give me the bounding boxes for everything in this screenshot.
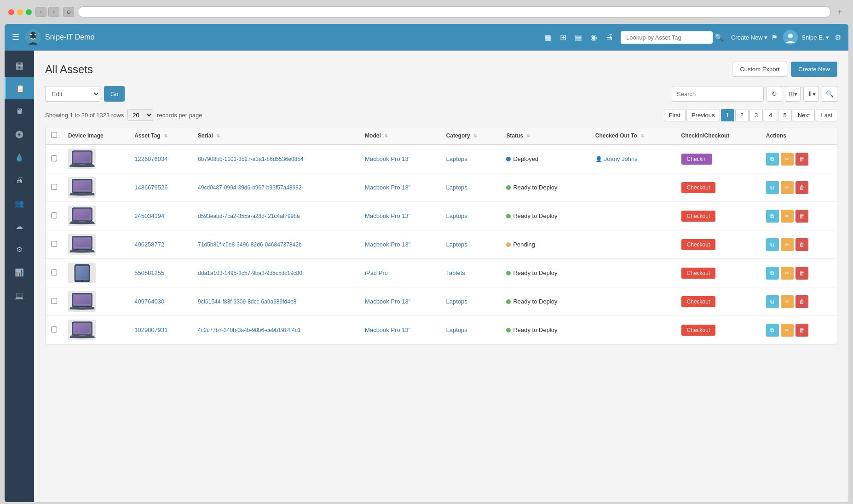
last-page-button[interactable]: Last bbox=[816, 109, 837, 121]
category-link[interactable]: Tablets bbox=[446, 269, 465, 276]
hamburger-menu-icon[interactable]: ☰ bbox=[12, 32, 19, 42]
checkin-button[interactable]: Checkin bbox=[681, 154, 712, 165]
asset-tag-link[interactable]: 550581255 bbox=[134, 269, 164, 276]
row-checkbox[interactable] bbox=[51, 184, 57, 190]
per-page-select[interactable]: 20 50 100 bbox=[127, 109, 153, 121]
select-all-checkbox[interactable] bbox=[51, 132, 57, 138]
model-header[interactable]: Model ⇅ bbox=[359, 127, 441, 144]
serial-link[interactable]: dda1a103-1495-3c57-9ba3-9d5c5dc19c80 bbox=[198, 270, 302, 276]
clone-button[interactable]: ⧉ bbox=[766, 210, 779, 223]
custom-export-button[interactable]: Custom Export bbox=[732, 62, 787, 77]
new-tab-button[interactable]: + bbox=[835, 7, 845, 17]
row-checkbox[interactable] bbox=[51, 269, 57, 275]
asset-tag-link[interactable]: 1029807931 bbox=[134, 326, 167, 333]
delete-button[interactable]: 🗑 bbox=[795, 238, 808, 251]
category-link[interactable]: Laptops bbox=[446, 184, 467, 191]
clone-button[interactable]: ⧉ bbox=[766, 295, 779, 308]
category-link[interactable]: Laptops bbox=[446, 155, 467, 162]
nav-create-new-button[interactable]: Create New ▾ bbox=[731, 34, 767, 41]
row-checkbox[interactable] bbox=[51, 298, 57, 304]
checked-out-link[interactable]: 👤Joany Johns bbox=[595, 155, 670, 162]
search-toggle-button[interactable]: 🔍 bbox=[822, 86, 837, 102]
sidebar-item-cloud[interactable]: ☁ bbox=[8, 215, 30, 237]
delete-button[interactable]: 🗑 bbox=[795, 295, 808, 308]
page-4-button[interactable]: 4 bbox=[764, 109, 777, 121]
model-link[interactable]: Macbook Pro 13" bbox=[365, 326, 410, 333]
asset-tag-link[interactable]: 409764030 bbox=[134, 298, 164, 305]
sidebar-item-consumables[interactable]: 💧 bbox=[8, 146, 30, 168]
list-icon[interactable]: ▤ bbox=[575, 33, 582, 42]
checkout-button[interactable]: Checkout bbox=[681, 296, 716, 307]
model-link[interactable]: Macbook Pro 13" bbox=[365, 212, 410, 219]
barcode-scanner-icon[interactable]: ▦ bbox=[544, 33, 552, 42]
serial-link[interactable]: 49cd0487-0994-39d6-b967-b93f57a48982 bbox=[198, 184, 302, 191]
edit-button[interactable]: ✏ bbox=[781, 295, 794, 308]
asset-tag-header[interactable]: Asset Tag ⇅ bbox=[129, 127, 192, 144]
edit-button[interactable]: ✏ bbox=[781, 153, 794, 166]
model-link[interactable]: Macbook Pro 13" bbox=[365, 155, 410, 162]
next-page-button[interactable]: Next bbox=[793, 109, 815, 121]
delete-button[interactable]: 🗑 bbox=[795, 324, 808, 337]
sidebar-item-reports[interactable]: 📊 bbox=[8, 261, 30, 283]
sidebar-item-users[interactable]: 👥 bbox=[8, 192, 30, 214]
flag-icon[interactable]: ⚑ bbox=[771, 33, 778, 42]
clone-button[interactable]: ⧉ bbox=[766, 267, 779, 280]
page-2-button[interactable]: 2 bbox=[735, 109, 749, 121]
droplet-icon[interactable]: ◉ bbox=[590, 33, 597, 42]
checkout-button[interactable]: Checkout bbox=[681, 211, 716, 222]
first-page-button[interactable]: First bbox=[664, 109, 686, 121]
category-link[interactable]: Laptops bbox=[446, 298, 467, 305]
delete-button[interactable]: 🗑 bbox=[795, 181, 808, 194]
previous-page-button[interactable]: Previous bbox=[686, 109, 720, 121]
status-header[interactable]: Status ⇅ bbox=[501, 127, 589, 144]
model-link[interactable]: Macbook Pro 13" bbox=[365, 241, 410, 248]
printer-icon[interactable]: 🖨 bbox=[605, 33, 613, 42]
category-link[interactable]: Laptops bbox=[446, 326, 467, 333]
refresh-button[interactable]: ↻ bbox=[767, 86, 782, 102]
category-link[interactable]: Laptops bbox=[446, 212, 467, 219]
row-checkbox[interactable] bbox=[51, 212, 57, 218]
table-search-input[interactable] bbox=[672, 86, 764, 102]
model-link[interactable]: Macbook Pro 13" bbox=[365, 184, 410, 191]
share-icon[interactable]: ⚙ bbox=[835, 33, 841, 42]
serial-header[interactable]: Serial ⇅ bbox=[192, 127, 359, 144]
clone-button[interactable]: ⧉ bbox=[766, 238, 779, 251]
category-link[interactable]: Laptops bbox=[446, 241, 467, 248]
serial-link[interactable]: 8b7908bb-1101-3b27-a3a1-86d5536e0854 bbox=[198, 156, 304, 162]
clone-button[interactable]: ⧉ bbox=[766, 181, 779, 194]
columns-button[interactable]: ⊞▾ bbox=[785, 86, 801, 102]
row-checkbox[interactable] bbox=[51, 326, 57, 332]
clone-button[interactable]: ⧉ bbox=[766, 153, 779, 166]
edit-button[interactable]: ✏ bbox=[781, 210, 794, 223]
row-checkbox[interactable] bbox=[51, 155, 57, 161]
edit-button[interactable]: ✏ bbox=[781, 267, 794, 280]
create-new-button[interactable]: Create New bbox=[791, 62, 837, 77]
user-area[interactable]: Snipe E. ▾ bbox=[783, 30, 829, 45]
page-3-button[interactable]: 3 bbox=[749, 109, 763, 121]
model-link[interactable]: Macbook Pro 13" bbox=[365, 298, 410, 305]
asset-tag-search-input[interactable] bbox=[621, 31, 713, 44]
asset-tag-link[interactable]: 496258772 bbox=[134, 241, 164, 248]
sidebar-item-devices[interactable]: 💻 bbox=[8, 284, 30, 306]
asset-tag-link[interactable]: 245034194 bbox=[134, 212, 164, 219]
checkout-button[interactable]: Checkout bbox=[681, 325, 716, 336]
address-bar[interactable] bbox=[78, 6, 831, 17]
serial-link[interactable]: 9cf61544-f83f-3309-8dcc-6a9a389fd4e8 bbox=[198, 298, 296, 305]
serial-link[interactable]: d593eabd-7ca2-355a-a28d-f21c4af7998a bbox=[198, 213, 300, 219]
row-checkbox[interactable] bbox=[51, 241, 57, 247]
checkout-button[interactable]: Checkout bbox=[681, 182, 716, 193]
download-button[interactable]: ⊙ bbox=[63, 7, 74, 17]
sidebar-item-settings[interactable]: ⚙ bbox=[8, 238, 30, 260]
delete-button[interactable]: 🗑 bbox=[795, 210, 808, 223]
serial-link[interactable]: 71d5b81f-c5e8-3496-82d6-04684737842b bbox=[198, 241, 302, 248]
minimize-button[interactable] bbox=[17, 9, 23, 15]
sidebar-item-accessories[interactable]: 🖨 bbox=[8, 169, 30, 191]
close-button[interactable] bbox=[8, 9, 14, 15]
sidebar-item-dashboard[interactable]: ▦ bbox=[8, 54, 30, 76]
checkout-button[interactable]: Checkout bbox=[681, 239, 716, 250]
asset-tag-link[interactable]: 1226076034 bbox=[134, 155, 167, 162]
export-button[interactable]: ⬇▾ bbox=[803, 86, 819, 102]
go-button[interactable]: Go bbox=[104, 86, 125, 102]
bulk-action-select[interactable]: Edit bbox=[45, 86, 100, 102]
edit-button[interactable]: ✏ bbox=[781, 324, 794, 337]
